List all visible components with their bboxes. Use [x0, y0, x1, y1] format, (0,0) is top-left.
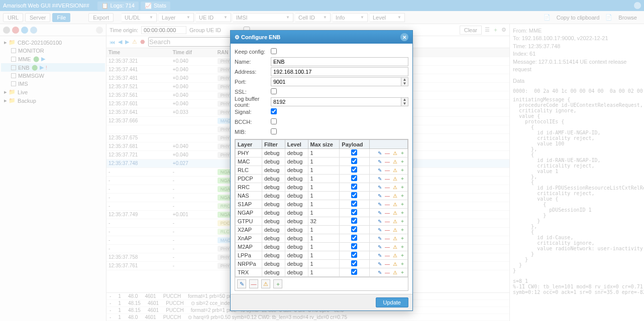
delete-icon[interactable]: —: [384, 218, 390, 224]
edit-icon[interactable]: ✎: [377, 244, 383, 250]
edit-icon[interactable]: ✎: [377, 252, 383, 258]
delete-all-button[interactable]: —: [249, 279, 258, 288]
add-icon[interactable]: ＋: [399, 218, 405, 224]
grid-row[interactable]: LPPadebugdebug1✎—⚠＋: [236, 251, 408, 260]
warn-icon[interactable]: ⚠: [392, 227, 398, 233]
add-icon[interactable]: ＋: [399, 227, 405, 233]
add-icon[interactable]: ＋: [399, 252, 405, 258]
edit-all-button[interactable]: ✎: [237, 279, 246, 288]
add-icon[interactable]: ＋: [399, 193, 405, 199]
add-icon[interactable]: ＋: [399, 158, 405, 165]
update-button[interactable]: Update: [376, 297, 408, 307]
payload-checkbox[interactable]: [351, 184, 357, 190]
delete-icon[interactable]: —: [384, 167, 390, 173]
payload-checkbox[interactable]: [351, 260, 357, 266]
edit-icon[interactable]: ✎: [377, 227, 383, 233]
payload-checkbox[interactable]: [351, 226, 357, 232]
grid-row[interactable]: RRCdebugdebug1✎—⚠＋: [236, 183, 408, 192]
logbuf-spin[interactable]: ▲▼: [401, 97, 408, 106]
add-icon[interactable]: ＋: [399, 244, 405, 250]
bcch-checkbox[interactable]: [271, 118, 277, 124]
warn-icon[interactable]: ⚠: [392, 201, 398, 207]
add-icon[interactable]: ＋: [399, 201, 405, 207]
payload-checkbox[interactable]: [351, 209, 357, 215]
warn-icon[interactable]: ⚠: [392, 244, 398, 250]
grid-row[interactable]: S1APdebugdebug1✎—⚠＋: [236, 200, 408, 209]
add-icon[interactable]: ＋: [399, 184, 405, 190]
delete-icon[interactable]: —: [384, 210, 390, 216]
edit-icon[interactable]: ✎: [377, 176, 383, 182]
grid-col[interactable]: Payload: [340, 140, 369, 149]
edit-icon[interactable]: ✎: [377, 261, 383, 267]
logbuf-input[interactable]: [271, 97, 401, 106]
payload-checkbox[interactable]: [351, 218, 357, 224]
grid-row[interactable]: PDCPdebugdebug1✎—⚠＋: [236, 175, 408, 183]
delete-icon[interactable]: —: [384, 244, 390, 250]
payload-checkbox[interactable]: [351, 243, 357, 249]
edit-icon[interactable]: ✎: [377, 150, 383, 156]
address-input[interactable]: [271, 67, 408, 76]
delete-icon[interactable]: —: [384, 201, 390, 207]
grid-col[interactable]: Layer: [236, 140, 262, 149]
delete-icon[interactable]: —: [384, 176, 390, 182]
edit-icon[interactable]: ✎: [377, 210, 383, 216]
warn-icon[interactable]: ⚠: [392, 167, 398, 173]
payload-checkbox[interactable]: [351, 175, 357, 181]
grid-row[interactable]: PHYdebugdebug1✎—⚠＋: [236, 149, 408, 157]
grid-row[interactable]: XnAPdebugdebug1✎—⚠＋: [236, 234, 408, 243]
warn-icon[interactable]: ⚠: [392, 252, 398, 258]
warn-icon[interactable]: ⚠: [392, 184, 398, 190]
payload-checkbox[interactable]: [351, 167, 357, 173]
edit-icon[interactable]: ✎: [377, 218, 383, 224]
keep-config-checkbox[interactable]: [271, 48, 277, 54]
delete-icon[interactable]: —: [384, 227, 390, 233]
mib-checkbox[interactable]: [271, 128, 277, 134]
grid-row[interactable]: X2APdebugdebug1✎—⚠＋: [236, 226, 408, 234]
warn-icon[interactable]: ⚠: [392, 218, 398, 224]
warn-all-button[interactable]: ⚠: [261, 279, 270, 288]
grid-row[interactable]: RLCdebugdebug1✎—⚠＋: [236, 166, 408, 175]
add-icon[interactable]: ＋: [399, 261, 405, 267]
payload-checkbox[interactable]: [351, 269, 357, 275]
name-input[interactable]: [271, 57, 408, 66]
add-icon[interactable]: ＋: [399, 210, 405, 216]
payload-checkbox[interactable]: [351, 158, 357, 164]
grid-row[interactable]: M2APdebugdebug1✎—⚠＋: [236, 243, 408, 251]
edit-icon[interactable]: ✎: [377, 193, 383, 199]
grid-row[interactable]: NGAPdebugdebug1✎—⚠＋: [236, 209, 408, 217]
delete-icon[interactable]: —: [384, 269, 390, 275]
edit-icon[interactable]: ✎: [377, 235, 383, 241]
ssl-checkbox[interactable]: [271, 88, 277, 94]
warn-icon[interactable]: ⚠: [392, 150, 398, 156]
payload-checkbox[interactable]: [351, 149, 357, 155]
port-spin[interactable]: ▲▼: [401, 77, 408, 86]
grid-row[interactable]: NRPPadebugdebug1✎—⚠＋: [236, 260, 408, 268]
grid-row[interactable]: TRXdebugdebug1✎—⚠＋: [236, 268, 408, 277]
grid-col[interactable]: [369, 140, 407, 149]
close-button[interactable]: ✕: [400, 33, 408, 41]
add-icon[interactable]: ＋: [399, 176, 405, 182]
warn-icon[interactable]: ⚠: [392, 269, 398, 275]
warn-icon[interactable]: ⚠: [392, 193, 398, 199]
payload-checkbox[interactable]: [351, 201, 357, 207]
signal-checkbox[interactable]: [271, 108, 277, 114]
grid-row[interactable]: MACdebugdebug1✎—⚠＋: [236, 157, 408, 166]
payload-checkbox[interactable]: [351, 235, 357, 241]
grid-col[interactable]: Level: [285, 140, 308, 149]
payload-checkbox[interactable]: [351, 252, 357, 258]
grid-row[interactable]: GTPUdebugdebug32✎—⚠＋: [236, 217, 408, 226]
delete-icon[interactable]: —: [384, 252, 390, 258]
add-all-button[interactable]: ＋: [273, 279, 282, 288]
warn-icon[interactable]: ⚠: [392, 210, 398, 216]
delete-icon[interactable]: —: [384, 184, 390, 190]
delete-icon[interactable]: —: [384, 193, 390, 199]
add-icon[interactable]: ＋: [399, 167, 405, 173]
edit-icon[interactable]: ✎: [377, 201, 383, 207]
delete-icon[interactable]: —: [384, 235, 390, 241]
edit-icon[interactable]: ✎: [377, 158, 383, 165]
warn-icon[interactable]: ⚠: [392, 261, 398, 267]
warn-icon[interactable]: ⚠: [392, 176, 398, 182]
delete-icon[interactable]: —: [384, 150, 390, 156]
add-icon[interactable]: ＋: [399, 150, 405, 156]
warn-icon[interactable]: ⚠: [392, 235, 398, 241]
